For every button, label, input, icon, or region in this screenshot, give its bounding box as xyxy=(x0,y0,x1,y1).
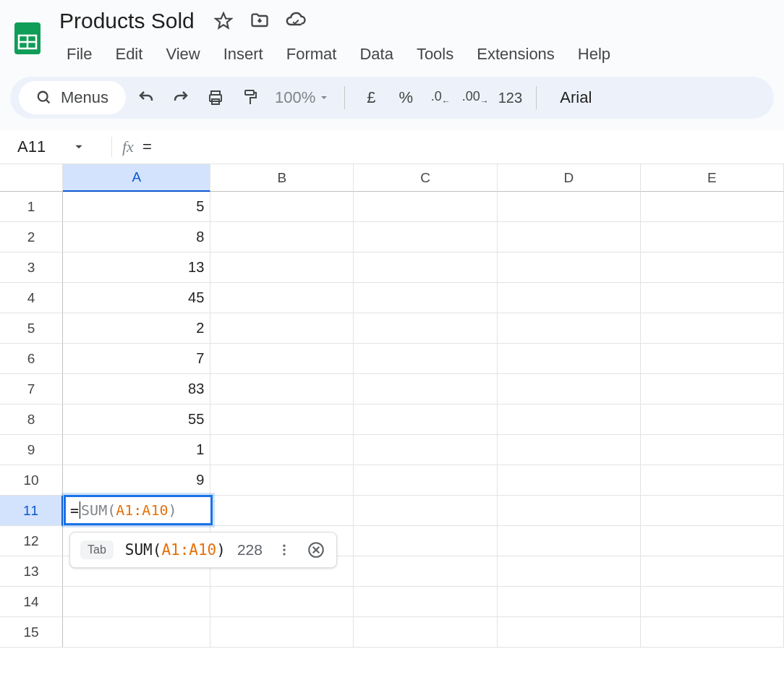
menus-search[interactable]: Menus xyxy=(19,81,126,114)
cell[interactable] xyxy=(210,313,354,344)
move-icon[interactable] xyxy=(248,9,271,33)
cell[interactable] xyxy=(354,526,497,556)
zoom-dropdown[interactable]: 100% xyxy=(270,88,333,107)
cell[interactable] xyxy=(641,435,784,465)
cell[interactable] xyxy=(641,374,784,404)
column-header-e[interactable]: E xyxy=(641,164,784,192)
cell[interactable] xyxy=(354,587,497,617)
cell[interactable]: 1 xyxy=(63,435,210,465)
cell[interactable] xyxy=(210,496,354,526)
column-header-b[interactable]: B xyxy=(210,164,354,192)
cell[interactable] xyxy=(641,465,784,496)
cell[interactable] xyxy=(498,344,641,374)
cell[interactable]: 45 xyxy=(63,283,210,313)
row-header[interactable]: 15 xyxy=(0,617,63,648)
menu-insert[interactable]: Insert xyxy=(212,39,275,69)
font-dropdown[interactable]: Arial xyxy=(560,88,592,107)
cell[interactable] xyxy=(354,344,497,374)
cell[interactable] xyxy=(354,192,497,222)
cell[interactable] xyxy=(498,465,641,496)
cell[interactable] xyxy=(354,617,497,648)
number-format-button[interactable]: 123 xyxy=(495,83,524,112)
cell[interactable] xyxy=(210,344,354,374)
cell[interactable] xyxy=(354,313,497,344)
cell[interactable] xyxy=(210,404,354,435)
cell[interactable]: 2 xyxy=(63,313,210,344)
row-header[interactable]: 2 xyxy=(0,222,63,253)
cell[interactable] xyxy=(498,587,641,617)
cell[interactable] xyxy=(498,556,641,587)
cell[interactable] xyxy=(210,222,354,253)
cell[interactable] xyxy=(354,496,497,526)
cell[interactable] xyxy=(354,465,497,496)
cell[interactable] xyxy=(210,435,354,465)
cell[interactable] xyxy=(641,496,784,526)
row-header[interactable]: 13 xyxy=(0,556,63,587)
cell[interactable] xyxy=(498,526,641,556)
cell[interactable] xyxy=(641,222,784,253)
percent-button[interactable]: % xyxy=(391,83,420,112)
cell[interactable] xyxy=(210,283,354,313)
cell[interactable] xyxy=(63,587,210,617)
menu-tools[interactable]: Tools xyxy=(405,39,465,69)
cell[interactable] xyxy=(498,617,641,648)
cell[interactable] xyxy=(210,617,354,648)
suggestion-formula[interactable]: SUM(A1:A10) xyxy=(125,541,226,559)
cell-reference-box[interactable]: A11 xyxy=(0,135,101,159)
cell[interactable] xyxy=(210,465,354,496)
formula-input[interactable]: = xyxy=(142,137,152,156)
active-cell-editor[interactable]: =SUM(A1:A10) xyxy=(64,495,213,525)
cell[interactable] xyxy=(498,253,641,283)
cell[interactable] xyxy=(210,587,354,617)
row-header[interactable]: 12 xyxy=(0,526,63,556)
cell[interactable] xyxy=(498,222,641,253)
cell[interactable] xyxy=(641,556,784,587)
cell[interactable] xyxy=(354,404,497,435)
increase-decimal-button[interactable]: .00→ xyxy=(461,83,490,112)
cell[interactable] xyxy=(354,253,497,283)
cell[interactable]: 5 xyxy=(63,192,210,222)
cell[interactable] xyxy=(210,253,354,283)
column-header-d[interactable]: D xyxy=(498,164,641,192)
document-title[interactable]: Products Sold xyxy=(55,7,199,35)
cell[interactable] xyxy=(498,374,641,404)
menu-format[interactable]: Format xyxy=(275,39,349,69)
cell[interactable] xyxy=(641,617,784,648)
menu-data[interactable]: Data xyxy=(348,39,404,69)
currency-button[interactable]: £ xyxy=(357,83,385,112)
column-header-a[interactable]: A xyxy=(63,164,210,192)
print-button[interactable] xyxy=(201,83,230,112)
row-header[interactable]: 4 xyxy=(0,283,63,313)
more-icon[interactable] xyxy=(274,540,294,560)
cell[interactable] xyxy=(641,253,784,283)
cell[interactable]: 83 xyxy=(63,374,210,404)
cell[interactable]: 55 xyxy=(63,404,210,435)
row-header[interactable]: 8 xyxy=(0,404,63,435)
row-header[interactable]: 9 xyxy=(0,435,63,465)
menu-file[interactable]: File xyxy=(55,39,103,69)
select-all-corner[interactable] xyxy=(0,164,63,192)
cell[interactable]: 9 xyxy=(63,465,210,496)
cell[interactable] xyxy=(63,617,210,648)
menu-help[interactable]: Help xyxy=(566,39,622,69)
redo-button[interactable] xyxy=(166,83,195,112)
sheets-logo[interactable] xyxy=(9,20,46,57)
cell[interactable]: 8 xyxy=(63,222,210,253)
cell[interactable] xyxy=(641,344,784,374)
cell[interactable] xyxy=(641,283,784,313)
paint-format-button[interactable] xyxy=(236,83,265,112)
cell[interactable] xyxy=(354,374,497,404)
cell[interactable] xyxy=(354,222,497,253)
row-header[interactable]: 5 xyxy=(0,313,63,344)
cell[interactable] xyxy=(641,587,784,617)
row-header[interactable]: 11 xyxy=(0,496,63,526)
cell[interactable]: 13 xyxy=(63,253,210,283)
row-header[interactable]: 10 xyxy=(0,465,63,496)
close-icon[interactable] xyxy=(306,540,326,560)
cell[interactable] xyxy=(354,556,497,587)
cell[interactable] xyxy=(641,404,784,435)
cell[interactable] xyxy=(498,192,641,222)
cell[interactable] xyxy=(498,404,641,435)
row-header[interactable]: 6 xyxy=(0,344,63,374)
cell[interactable] xyxy=(498,435,641,465)
